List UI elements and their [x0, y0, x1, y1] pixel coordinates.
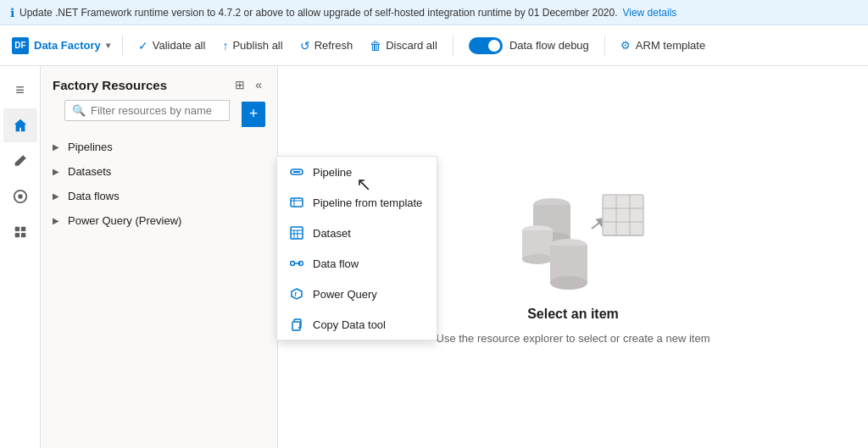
discard-all-button[interactable]: 🗑 Discard all	[363, 36, 444, 56]
publish-all-button[interactable]: ↑ Publish all	[215, 36, 289, 56]
discard-icon: 🗑	[370, 39, 381, 53]
select-title: Select an item	[527, 307, 619, 322]
main-layout: ≡ Factory Resources ⊞ « 🔍 +	[0, 66, 868, 448]
brand-label: Data Factory	[34, 39, 101, 52]
menu-item-pipeline[interactable]: Pipeline	[277, 157, 437, 187]
arm-template-button[interactable]: ⚙ ARM template	[614, 36, 712, 55]
menu-dataflow-label: Data flow	[313, 257, 359, 270]
powerquery-menu-icon: f	[289, 286, 304, 301]
pipelines-chevron: ▶	[53, 142, 63, 152]
sidebar-header: Factory Resources ⊞ «	[41, 66, 277, 100]
info-icon: ℹ	[10, 6, 14, 19]
menu-pipeline-template-label: Pipeline from template	[313, 196, 422, 209]
sidebar-filter-icon[interactable]: ⊞	[231, 76, 248, 93]
add-button[interactable]: +	[242, 102, 265, 127]
sidebar: Factory Resources ⊞ « 🔍 + ▶ Pipelines ▶ …	[41, 66, 278, 448]
dataflow-debug-toggle[interactable]: Data flow debug	[462, 34, 596, 58]
view-details-link[interactable]: View details	[622, 7, 676, 19]
sidebar-header-icons: ⊞ «	[231, 76, 265, 93]
divider-2	[453, 36, 453, 56]
toolbar: DF Data Factory ▾ ✓ Validate all ↑ Publi…	[0, 25, 868, 66]
svg-rect-7	[293, 171, 300, 173]
svg-rect-3	[20, 227, 25, 231]
dataflows-chevron: ▶	[53, 191, 63, 201]
search-icon: 🔍	[72, 104, 86, 117]
svg-rect-8	[291, 198, 303, 207]
search-input[interactable]	[91, 104, 222, 117]
discard-label: Discard all	[386, 39, 437, 52]
notif-message: Update .NET Framework runtime version to…	[19, 7, 617, 19]
copy-data-icon	[289, 317, 304, 332]
brand-icon: DF	[12, 37, 29, 54]
illustration	[497, 169, 649, 296]
toggle-switch[interactable]	[469, 37, 503, 54]
menu-item-powerquery[interactable]: f Power Query	[277, 279, 437, 309]
arm-label: ARM template	[636, 39, 705, 52]
nav-edit-icon[interactable]	[3, 144, 37, 178]
brand-chevron[interactable]: ▾	[106, 41, 110, 50]
brand: DF Data Factory ▾	[12, 37, 110, 54]
dataflow-debug-label: Data flow debug	[509, 39, 589, 52]
datasets-chevron: ▶	[53, 167, 63, 176]
sidebar-title: Factory Resources	[53, 78, 167, 92]
svg-rect-31	[603, 195, 643, 235]
svg-point-1	[18, 194, 22, 198]
nav-monitor-icon[interactable]	[3, 180, 37, 213]
sidebar-item-datasets[interactable]: ▶ Datasets	[41, 159, 277, 184]
sidebar-item-pipelines[interactable]: ▶ Pipelines	[41, 135, 277, 159]
sidebar-item-dataflows[interactable]: ▶ Data flows	[41, 184, 277, 208]
refresh-button[interactable]: ↺ Refresh	[293, 36, 360, 56]
select-subtitle: Use the resource explorer to select or c…	[437, 332, 710, 345]
pipeline-icon	[289, 164, 304, 180]
datasets-label: Datasets	[68, 165, 111, 178]
svg-point-27	[522, 254, 553, 264]
menu-copy-data-label: Copy Data tool	[313, 318, 386, 331]
powerquery-chevron: ▶	[53, 216, 63, 225]
publish-label: Publish all	[232, 39, 282, 52]
search-container: 🔍 +	[53, 100, 265, 128]
dataflow-icon	[289, 256, 304, 271]
menu-item-pipeline-template[interactable]: Pipeline from template	[277, 187, 437, 218]
nav-menu-icon[interactable]: ≡	[3, 73, 37, 107]
arm-icon: ⚙	[620, 39, 631, 52]
svg-rect-2	[14, 227, 19, 231]
menu-pipeline-label: Pipeline	[313, 166, 352, 179]
menu-item-dataset[interactable]: Dataset	[277, 218, 437, 248]
svg-rect-11	[291, 227, 303, 239]
nav-manage-icon[interactable]	[3, 215, 37, 249]
validate-icon: ✓	[138, 39, 148, 53]
svg-rect-4	[14, 233, 19, 237]
notification-bar: ℹ Update .NET Framework runtime version …	[0, 0, 868, 25]
refresh-label: Refresh	[314, 39, 353, 52]
svg-point-30	[550, 276, 587, 290]
search-box: 🔍	[64, 100, 230, 121]
validate-all-button[interactable]: ✓ Validate all	[131, 36, 213, 56]
menu-powerquery-label: Power Query	[313, 288, 377, 301]
left-nav: ≡	[0, 66, 41, 448]
publish-icon: ↑	[222, 39, 228, 53]
dataflows-label: Data flows	[68, 190, 120, 202]
sidebar-item-powerquery[interactable]: ▶ Power Query (Preview)	[41, 208, 277, 233]
menu-dataset-label: Dataset	[313, 227, 351, 240]
svg-point-16	[291, 262, 295, 266]
refresh-icon: ↺	[300, 39, 310, 53]
svg-rect-5	[20, 233, 25, 237]
dataset-icon	[289, 225, 304, 241]
svg-rect-21	[292, 322, 300, 330]
validate-label: Validate all	[153, 39, 206, 52]
nav-home-icon[interactable]	[3, 108, 37, 142]
dropdown-menu: Pipeline Pipeline from template Dataset …	[276, 156, 437, 340]
powerquery-label: Power Query (Preview)	[68, 214, 181, 227]
sidebar-collapse-icon[interactable]: «	[252, 76, 265, 93]
menu-item-copy-data[interactable]: Copy Data tool	[277, 309, 437, 340]
svg-text:f: f	[295, 291, 298, 297]
menu-item-dataflow[interactable]: Data flow	[277, 248, 437, 279]
pipeline-template-icon	[289, 195, 304, 210]
pipelines-label: Pipelines	[68, 141, 113, 153]
divider-3	[604, 36, 605, 56]
divider-1	[122, 36, 123, 56]
